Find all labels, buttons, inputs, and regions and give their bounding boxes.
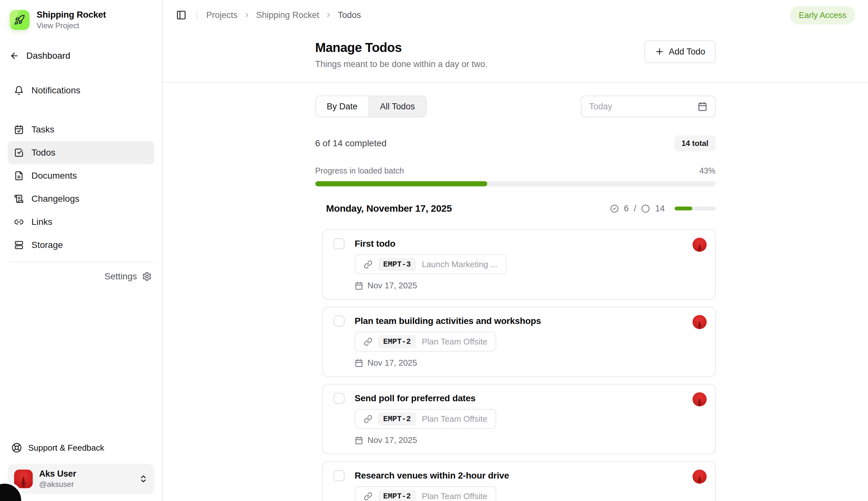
early-access-badge: Early Access <box>790 6 855 24</box>
due-date: Nov 17, 2025 <box>367 358 417 368</box>
link-icon <box>14 217 24 227</box>
todo-checkbox[interactable] <box>334 238 344 249</box>
group-completed-count: 6 <box>624 204 629 214</box>
todo-checkbox[interactable] <box>334 393 344 404</box>
linked-task-chip[interactable]: EMPT-2 Plan Team Offsite <box>355 332 496 352</box>
linked-task-chip[interactable]: EMPT-3 Launch Marketing ... <box>355 254 506 274</box>
project-subtitle: View Project <box>36 21 106 30</box>
stats-row: 6 of 14 completed 14 total <box>315 135 716 151</box>
breadcrumb-project[interactable]: Shipping Rocket <box>256 10 320 20</box>
task-ref-title: Plan Team Offsite <box>422 491 487 501</box>
project-switcher[interactable]: Shipping Rocket View Project <box>8 10 154 30</box>
date-filter-input[interactable]: Today <box>581 96 716 117</box>
linked-task-chip[interactable]: EMPT-2 Plan Team Offsite <box>355 486 496 501</box>
sidebar-item-storage[interactable]: Storage <box>8 234 154 257</box>
sidebar-divider <box>8 262 154 262</box>
page-subtitle: Things meant to be done within a day or … <box>315 59 487 69</box>
gear-icon <box>142 272 152 281</box>
life-buoy-icon <box>12 443 22 453</box>
calendar-icon <box>355 436 363 445</box>
topbar: Projects Shipping Rocket Todos Early Acc… <box>163 0 868 30</box>
sidebar-item-label: Notifications <box>31 85 81 96</box>
calendar-icon <box>355 281 363 290</box>
assignee-avatar <box>693 392 707 406</box>
sidebar-item-label: Todos <box>31 148 55 158</box>
square-check-icon <box>14 148 24 158</box>
progress-label: Progress in loaded batch <box>315 166 404 175</box>
group-progress-bar <box>675 206 716 210</box>
date-filter-placeholder: Today <box>589 102 698 111</box>
todo-card: Send poll for preferred dates EMPT-2 Pla… <box>322 384 716 454</box>
task-ref-title: Launch Marketing ... <box>422 259 497 269</box>
breadcrumb: Projects Shipping Rocket Todos <box>206 10 361 20</box>
tab-by-date[interactable]: By Date <box>316 96 368 117</box>
breadcrumb-projects[interactable]: Projects <box>206 10 238 20</box>
todo-checkbox[interactable] <box>334 470 344 481</box>
due-date-row: Nov 17, 2025 <box>355 281 704 291</box>
todo-list: First todo EMPT-3 Launch Marketing ... <box>315 229 716 501</box>
task-ref-title: Plan Team Offsite <box>422 337 487 347</box>
tab-all-todos[interactable]: All Todos <box>368 96 426 117</box>
task-ref-title: Plan Team Offsite <box>422 414 487 424</box>
sidebar-item-label: Documents <box>31 171 77 181</box>
sidebar-toggle-icon[interactable] <box>175 9 187 21</box>
sidebar: Shipping Rocket View Project Dashboard N… <box>0 0 163 501</box>
assignee-avatar <box>693 238 707 252</box>
due-date: Nov 17, 2025 <box>367 435 417 445</box>
settings-button[interactable]: Settings <box>8 268 154 285</box>
sidebar-item-tasks[interactable]: Tasks <box>8 118 154 141</box>
breadcrumb-current: Todos <box>338 10 361 20</box>
calendar-icon <box>355 359 363 367</box>
support-feedback-link[interactable]: Support & Feedback <box>8 439 154 456</box>
sidebar-item-label: Changelogs <box>31 194 79 204</box>
plus-icon <box>655 47 664 56</box>
sidebar-item-links[interactable]: Links <box>8 210 154 234</box>
sidebar-item-notifications[interactable]: Notifications <box>8 79 154 102</box>
link-icon <box>364 260 372 269</box>
user-menu[interactable]: Aks User @aksuser <box>8 464 154 494</box>
check-circle-icon <box>610 204 619 213</box>
toolbar: By Date All Todos Today <box>315 96 716 117</box>
user-name: Aks User <box>39 469 132 479</box>
calendar-icon <box>698 102 707 111</box>
group-total-count: 14 <box>655 204 665 214</box>
page-header: Manage Todos Things meant to be done wit… <box>315 30 716 69</box>
todo-card: Research venues within 2-hour drive EMPT… <box>322 461 716 501</box>
chevrons-up-down-icon <box>139 475 148 483</box>
chevron-right-icon <box>244 12 250 19</box>
task-ref-badge: EMPT-2 <box>378 335 416 348</box>
due-date-row: Nov 17, 2025 <box>355 358 704 368</box>
scroll-text-icon <box>14 194 24 204</box>
link-icon <box>364 415 372 423</box>
circle-icon <box>641 204 650 213</box>
group-counters: 6 / 14 <box>610 204 716 214</box>
add-todo-button[interactable]: Add Todo <box>644 40 716 63</box>
file-text-icon <box>14 171 24 181</box>
todo-title: Send poll for preferred dates <box>355 393 476 404</box>
project-name: Shipping Rocket <box>36 10 106 20</box>
sidebar-item-documents[interactable]: Documents <box>8 164 154 187</box>
task-ref-badge: EMPT-3 <box>378 258 416 271</box>
back-to-dashboard[interactable]: Dashboard <box>8 47 154 65</box>
sidebar-item-label: Links <box>31 217 52 227</box>
assignee-avatar <box>693 470 707 484</box>
linked-task-chip[interactable]: EMPT-2 Plan Team Offsite <box>355 409 496 429</box>
sidebar-item-changelogs[interactable]: Changelogs <box>8 187 154 210</box>
todo-title: Research venues within 2-hour drive <box>355 470 510 481</box>
server-icon <box>14 240 24 250</box>
settings-label: Settings <box>105 271 137 281</box>
progress-percent: 43% <box>699 166 715 175</box>
support-label: Support & Feedback <box>28 443 104 453</box>
topbar-divider <box>197 10 197 20</box>
todo-checkbox[interactable] <box>334 316 344 327</box>
date-group-header: Monday, November 17, 2025 6 / 14 <box>315 203 716 214</box>
assignee-avatar <box>693 315 707 329</box>
sidebar-item-todos[interactable]: Todos <box>8 141 154 164</box>
sidebar-nav: Notifications Tasks Todos Documents Cha <box>8 79 154 257</box>
total-badge: 14 total <box>674 135 715 151</box>
chevron-right-icon <box>325 12 332 19</box>
header-divider <box>163 82 868 83</box>
arrow-left-icon <box>10 51 19 61</box>
count-separator: / <box>634 204 636 214</box>
task-ref-badge: EMPT-2 <box>378 413 416 426</box>
